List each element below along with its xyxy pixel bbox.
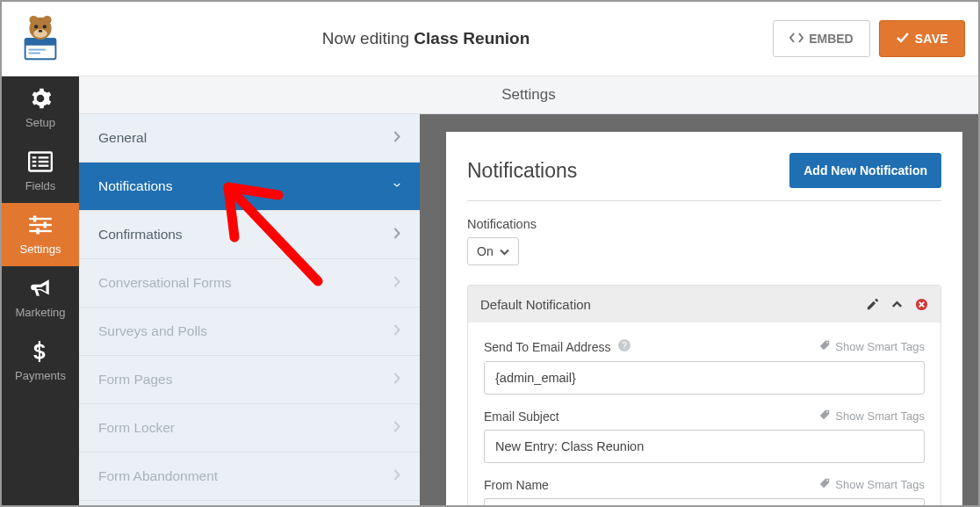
settings-item-label: Form Pages bbox=[98, 372, 172, 387]
notification-card: Default Notification Send To Email Addre… bbox=[467, 285, 941, 505]
svg-point-5 bbox=[29, 16, 38, 25]
svg-rect-13 bbox=[39, 156, 49, 158]
help-icon[interactable]: ? bbox=[617, 338, 631, 355]
check-icon bbox=[896, 32, 910, 47]
svg-rect-3 bbox=[28, 52, 40, 54]
settings-item-label: Surveys and Polls bbox=[98, 323, 207, 339]
show-smart-tags[interactable]: Show Smart Tags bbox=[818, 477, 925, 492]
sidebar-label: Fields bbox=[25, 179, 56, 192]
notifications-toggle-label: Notifications bbox=[467, 217, 941, 231]
save-button[interactable]: SAVE bbox=[879, 20, 965, 57]
notifications-toggle-select[interactable]: On bbox=[467, 237, 519, 265]
embed-label: EMBED bbox=[809, 32, 854, 46]
settings-item-general[interactable]: General bbox=[79, 114, 420, 163]
settings-item-label: Form Locker bbox=[98, 420, 175, 436]
settings-item-label: Notifications bbox=[98, 178, 172, 194]
svg-rect-19 bbox=[29, 224, 52, 226]
editing-title: Now editing Class Reunion bbox=[79, 29, 773, 48]
settings-item-form-pages[interactable]: Form Pages bbox=[79, 356, 420, 404]
add-notification-button[interactable]: Add New Notification bbox=[789, 153, 941, 188]
top-bar: Now editing Class Reunion EMBED SAVE bbox=[2, 2, 978, 76]
chevron-right-icon bbox=[393, 420, 400, 436]
settings-menu: General Notifications Confirmations bbox=[79, 114, 420, 505]
subject-input[interactable] bbox=[484, 430, 925, 463]
chevron-right-icon bbox=[393, 275, 400, 291]
show-smart-tags[interactable]: Show Smart Tags bbox=[818, 409, 925, 424]
form-name: Class Reunion bbox=[414, 29, 530, 47]
panel-title: Notifications bbox=[467, 159, 577, 183]
code-icon bbox=[789, 31, 803, 47]
svg-rect-2 bbox=[28, 49, 45, 51]
settings-item-label: General bbox=[98, 130, 147, 146]
svg-rect-14 bbox=[32, 161, 37, 163]
settings-item-label: Conversational Forms bbox=[98, 275, 232, 291]
content-title: Settings bbox=[79, 76, 978, 114]
tag-icon bbox=[818, 409, 831, 424]
svg-rect-15 bbox=[39, 161, 49, 163]
chevron-down-icon bbox=[393, 178, 400, 194]
settings-item-surveys-polls[interactable]: Surveys and Polls bbox=[79, 308, 420, 356]
svg-rect-22 bbox=[44, 222, 47, 228]
embed-button[interactable]: EMBED bbox=[773, 20, 870, 57]
edit-icon[interactable] bbox=[866, 298, 879, 311]
settings-menu-scroll[interactable]: General Notifications Confirmations bbox=[79, 114, 429, 505]
svg-rect-16 bbox=[32, 165, 37, 167]
app-logo bbox=[2, 2, 79, 76]
svg-rect-17 bbox=[39, 165, 49, 167]
close-icon[interactable] bbox=[915, 298, 928, 311]
svg-point-8 bbox=[34, 25, 38, 28]
sidebar-label: Settings bbox=[20, 243, 61, 256]
bullhorn-icon bbox=[28, 277, 53, 302]
settings-item-confirmations[interactable]: Confirmations bbox=[79, 211, 420, 259]
svg-point-6 bbox=[43, 16, 52, 25]
tag-icon bbox=[818, 477, 831, 492]
chevron-right-icon bbox=[393, 130, 400, 146]
from-name-input[interactable] bbox=[484, 498, 925, 505]
sidebar-item-settings[interactable]: Settings bbox=[2, 203, 79, 266]
divider bbox=[467, 200, 941, 201]
settings-panel: Notifications Add New Notification Notif… bbox=[446, 132, 962, 505]
subject-label: Email Subject bbox=[484, 409, 559, 424]
show-smart-tags[interactable]: Show Smart Tags bbox=[818, 339, 925, 354]
notification-title: Default Notification bbox=[480, 297, 591, 312]
chevron-right-icon bbox=[393, 227, 400, 243]
settings-item-conversational-forms[interactable]: Conversational Forms bbox=[79, 259, 420, 308]
gear-icon bbox=[28, 87, 53, 112]
chevron-up-icon[interactable] bbox=[890, 298, 904, 311]
sidebar-item-fields[interactable]: Fields bbox=[2, 140, 79, 203]
settings-item-form-locker[interactable]: Form Locker bbox=[79, 404, 420, 453]
sidebar-item-marketing[interactable]: Marketing bbox=[2, 266, 79, 330]
svg-rect-20 bbox=[29, 230, 52, 232]
sidebar-item-setup[interactable]: Setup bbox=[2, 76, 79, 140]
svg-rect-21 bbox=[33, 216, 37, 222]
settings-item-notifications[interactable]: Notifications bbox=[79, 163, 420, 211]
svg-rect-1 bbox=[25, 39, 56, 46]
smart-tags-label: Show Smart Tags bbox=[835, 340, 925, 353]
settings-item-label: Confirmations bbox=[98, 227, 183, 243]
sidebar-label: Marketing bbox=[15, 306, 65, 319]
chevron-right-icon bbox=[393, 323, 400, 339]
save-label: SAVE bbox=[915, 32, 948, 46]
send-to-input[interactable] bbox=[484, 361, 925, 395]
sidebar-label: Setup bbox=[25, 116, 55, 129]
smart-tags-label: Show Smart Tags bbox=[835, 409, 925, 423]
editing-prefix: Now editing bbox=[322, 29, 409, 47]
select-value: On bbox=[477, 244, 494, 258]
svg-text:?: ? bbox=[622, 341, 627, 351]
from-name-label: From Name bbox=[484, 478, 549, 492]
chevron-right-icon bbox=[393, 372, 400, 387]
svg-point-9 bbox=[43, 25, 47, 28]
settings-item-form-abandonment[interactable]: Form Abandonment bbox=[79, 453, 420, 501]
chevron-right-icon bbox=[393, 468, 400, 484]
svg-rect-18 bbox=[29, 218, 52, 220]
sidebar-item-payments[interactable]: Payments bbox=[2, 330, 79, 393]
sidebar-label: Payments bbox=[15, 369, 66, 382]
dollar-icon bbox=[28, 340, 53, 366]
icon-sidebar: Setup Fields Settings Marketing bbox=[2, 76, 79, 505]
list-icon bbox=[28, 150, 53, 176]
sliders-icon bbox=[28, 214, 53, 239]
svg-rect-23 bbox=[36, 228, 40, 235]
settings-item-label: Form Abandonment bbox=[98, 468, 218, 484]
chevron-down-icon bbox=[500, 244, 509, 258]
svg-point-10 bbox=[39, 30, 43, 33]
